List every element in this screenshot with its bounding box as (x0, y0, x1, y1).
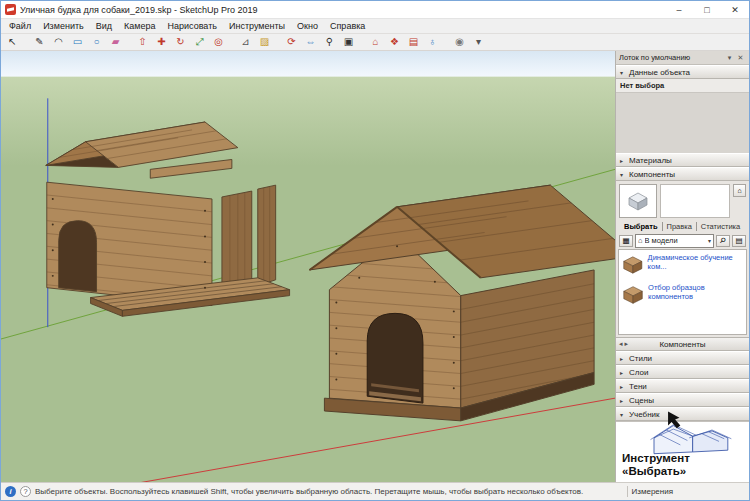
rectangle-tool-button[interactable]: ▭ (68, 35, 87, 50)
component-thumbnail (621, 253, 645, 277)
offset-tool-icon: ◎ (214, 37, 223, 47)
maximize-button[interactable]: □ (693, 1, 721, 18)
rotate-tool-icon: ↻ (176, 37, 184, 47)
orbit-tool-button[interactable]: ⟳ (282, 35, 301, 50)
menu-item-help[interactable]: Справка (324, 21, 371, 31)
line-tool-button[interactable]: ✎ (30, 35, 49, 50)
expand-icon: ▸ (620, 383, 626, 390)
eraser-tool-button[interactable]: ▰ (106, 35, 125, 50)
section-layers-title: Слои (629, 368, 648, 377)
sky (1, 51, 615, 81)
menu-item-draw[interactable]: Нарисовать (162, 21, 223, 31)
send-to-layout-tool-icon: ▤ (409, 37, 418, 47)
zoom-extents-tool-button[interactable]: ▣ (339, 35, 358, 50)
section-components-title: Компоненты (629, 170, 675, 179)
zoom-tool-button[interactable]: ⚲ (320, 35, 339, 50)
scale-tool-button[interactable]: ⤢ (190, 35, 209, 50)
push-pull-tool-icon: ⇧ (138, 37, 146, 47)
entity-info-status: Нет выбора (616, 79, 749, 93)
account-tool-button[interactable]: ◉ (450, 35, 469, 50)
3d-warehouse-tool-button[interactable]: ⌂ (366, 35, 385, 50)
divider (627, 486, 628, 497)
select-tool-button[interactable]: ↖ (3, 35, 22, 50)
section-components-header[interactable]: ▾ Компоненты (616, 167, 749, 181)
push-pull-tool-button[interactable]: ⇧ (133, 35, 152, 50)
pan-tool-button[interactable]: ⇔ (301, 35, 320, 50)
instructor-panel: Инструмент «Выбрать» (616, 421, 749, 482)
minimize-button[interactable]: – (665, 1, 693, 18)
status-message: Выберите объекты. Воспользуйтесь клавише… (35, 487, 623, 496)
collection-label: В модели (645, 236, 706, 245)
components-tabs: Выбрать Правка Статистика (616, 221, 749, 232)
collapse-icon: ▾ (620, 69, 626, 76)
components-nav-row: ▦ ⌂ В модели ▾ ⚲ ▤ (616, 232, 749, 249)
in-model-components-button[interactable]: ⌂ (733, 184, 746, 197)
chevron-right-icon[interactable]: ▸ (625, 340, 629, 348)
menu-item-window[interactable]: Окно (291, 21, 324, 31)
modeling-viewport[interactable] (1, 51, 615, 482)
section-styles-header[interactable]: ▸ Стили (616, 351, 749, 365)
collection-dropdown[interactable]: ⌂ В модели ▾ (635, 234, 714, 248)
tab-edit[interactable]: Правка (663, 222, 697, 231)
chevron-down-icon: ▾ (708, 237, 711, 244)
add-location-tool-button[interactable]: ♁ (423, 35, 442, 50)
collapse-icon: ▾ (620, 171, 626, 178)
section-scenes-title: Сцены (629, 396, 654, 405)
tray-close-icon[interactable]: ✕ (735, 54, 746, 62)
rotate-tool-button[interactable]: ↻ (171, 35, 190, 50)
arc-tool-button[interactable]: ◠ (49, 35, 68, 50)
info-icon[interactable]: i (5, 486, 16, 497)
extension-warehouse-tool-button[interactable]: ❖ (385, 35, 404, 50)
help-icon[interactable]: ? (20, 486, 31, 497)
3d-warehouse-tool-icon: ⌂ (372, 37, 378, 47)
menu-item-view[interactable]: Вид (90, 21, 118, 31)
tab-statistics[interactable]: Статистика (697, 222, 744, 231)
section-materials-title: Материалы (629, 156, 672, 165)
paint-bucket-tool-button[interactable]: ▨ (255, 35, 274, 50)
move-tool-button[interactable]: ✚ (152, 35, 171, 50)
tab-select[interactable]: Выбрать (620, 222, 663, 231)
menu-item-tools[interactable]: Инструменты (223, 21, 291, 31)
tray-title: Лоток по умолчанию (619, 53, 724, 62)
component-label: Отбор образцов компонентов (648, 283, 744, 302)
component-list-item[interactable]: Отбор образцов компонентов (619, 280, 746, 310)
component-list-item[interactable]: Динамическое обучение ком... (619, 250, 746, 280)
instructor-tool-label: Инструмент «Выбрать» (616, 451, 749, 482)
viewport-canvas[interactable] (1, 51, 615, 482)
pane-footer: ◂ ▸ Компоненты (616, 337, 749, 351)
tape-measure-tool-icon: ⊿ (241, 37, 249, 47)
expand-icon: ▸ (620, 369, 626, 376)
orbit-tool-icon: ⟳ (287, 37, 295, 47)
close-button[interactable]: ✕ (721, 1, 749, 18)
toolbar-overflow-tool-button[interactable]: ▾ (469, 35, 488, 50)
tape-measure-tool-button[interactable]: ⊿ (236, 35, 255, 50)
section-shadows-header[interactable]: ▸ Тени (616, 379, 749, 393)
section-materials-header[interactable]: ▸ Материалы (616, 153, 749, 167)
component-preview-row: ⌂ (616, 181, 749, 221)
chevron-left-icon[interactable]: ◂ (619, 340, 623, 348)
tray-options-icon[interactable]: ▾ (724, 54, 735, 62)
circle-tool-icon: ○ (93, 37, 99, 47)
section-entity-info-header[interactable]: ▾ Данные объекта (616, 65, 749, 79)
view-options-button[interactable]: ▦ (619, 235, 633, 247)
section-scenes-header[interactable]: ▸ Сцены (616, 393, 749, 407)
section-layers-header[interactable]: ▸ Слои (616, 365, 749, 379)
measurements-input[interactable] (677, 485, 745, 498)
search-button[interactable]: ⚲ (716, 235, 730, 247)
offset-tool-button[interactable]: ◎ (209, 35, 228, 50)
menu-item-camera[interactable]: Камера (118, 21, 161, 31)
select-tool-icon: ↖ (8, 37, 16, 47)
getting-started-toolbar: ↖ ✎ ◠ ▭ ○ ▰ ⇧ ✚ ↻ ⤢ ◎ ⊿ ▨ ⟳ ⇔ ⚲ (1, 34, 749, 51)
search-icon: ⚲ (718, 235, 728, 245)
sketchup-logo-icon (5, 4, 16, 15)
scale-tool-icon: ⤢ (196, 37, 204, 47)
send-to-layout-tool-button[interactable]: ▤ (404, 35, 423, 50)
cube-icon (625, 189, 651, 213)
circle-tool-button[interactable]: ○ (87, 35, 106, 50)
menu-item-file[interactable]: Файл (3, 21, 37, 31)
menu-item-edit[interactable]: Изменить (37, 21, 90, 31)
details-button[interactable]: ▤ (732, 235, 746, 247)
component-thumbnail (621, 283, 645, 307)
pane-footer-label: Компоненты (659, 340, 705, 349)
expand-icon: ▸ (620, 157, 626, 164)
